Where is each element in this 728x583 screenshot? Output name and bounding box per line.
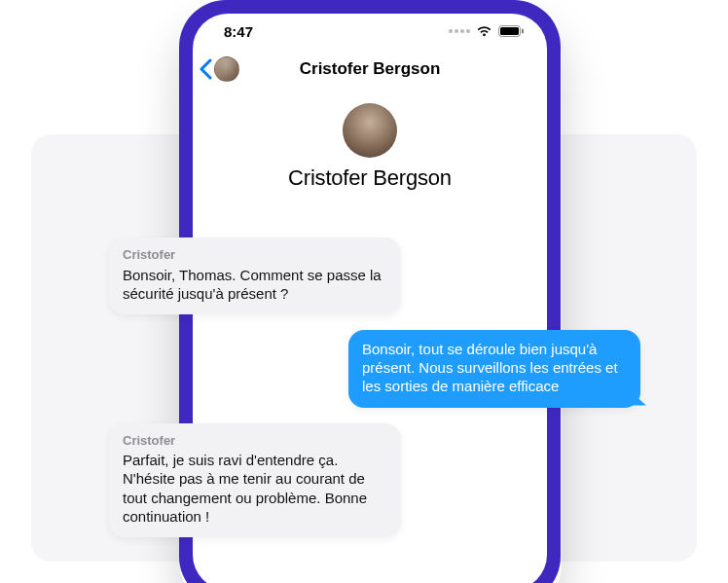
phone-frame: 8:47 Cristofer Bergson Cri [179,0,561,583]
message-text: Bonsoir, Thomas. Comment se passe la séc… [123,266,387,303]
nav-bar: Cristofer Bergson [193,49,547,90]
status-indicators [449,25,524,37]
message-bubble-outgoing[interactable]: Bonsoir, tout se déroule bien jusqu'à pr… [348,330,640,408]
nav-avatar [214,56,239,82]
back-button[interactable] [199,56,239,82]
status-bar: 8:47 [193,14,547,49]
svg-rect-2 [522,29,524,34]
message-sender: Cristofer [123,433,387,450]
message-bubble-incoming[interactable]: Cristofer Bonsoir, Thomas. Comment se pa… [109,237,401,314]
message-bubble-incoming[interactable]: Cristofer Parfait, je suis ravi d'entend… [109,423,401,537]
message-text: Bonsoir, tout se déroule bien jusqu'à pr… [362,340,627,396]
message-sender: Cristofer [123,247,387,264]
cellular-icon [449,29,470,33]
conversation-title: Cristofer Bergson [300,59,441,79]
contact-name: Cristofer Bergson [288,165,452,191]
message-list: Cristofer Bonsoir, Thomas. Comment se pa… [109,237,640,537]
status-time: 8:47 [224,23,253,40]
contact-avatar [343,103,397,158]
battery-icon [498,25,524,37]
contact-profile[interactable]: Cristofer Bergson [193,90,547,208]
message-text: Parfait, je suis ravi d'entendre ça. N'h… [123,451,387,526]
chevron-left-icon [199,58,212,80]
svg-rect-1 [500,27,519,35]
wifi-icon [476,25,492,37]
